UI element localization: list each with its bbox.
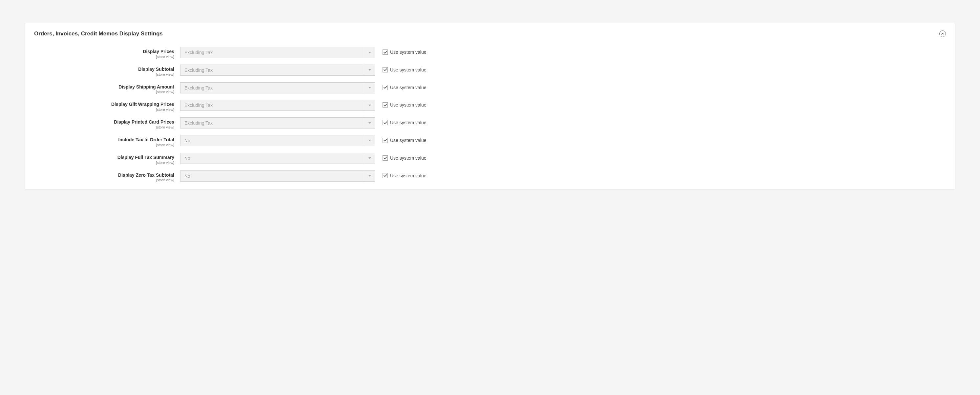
field-control-column: No [180,170,375,182]
use-system-value-checkbox[interactable] [383,67,388,73]
use-system-value-group: Use system value [375,82,426,90]
chevron-down-icon [364,47,375,58]
field-row: Display Subtotal[store view]Excluding Ta… [34,65,946,76]
field-label: Display Shipping Amount [34,84,174,90]
select-input[interactable]: No [180,170,375,182]
settings-panel: Orders, Invoices, Credit Memos Display S… [25,23,955,189]
field-label: Display Printed Card Prices [34,119,174,125]
field-scope-label: [store view] [34,178,174,182]
select-input[interactable]: No [180,135,375,146]
select-input[interactable]: Excluding Tax [180,65,375,76]
use-system-value-checkbox[interactable] [383,173,388,178]
use-system-value-checkbox[interactable] [383,49,388,55]
field-scope-label: [store view] [34,125,174,129]
field-scope-label: [store view] [34,160,174,165]
select-input[interactable]: Excluding Tax [180,100,375,111]
use-system-value-group: Use system value [375,117,426,125]
select-input[interactable]: Excluding Tax [180,117,375,128]
use-system-value-label[interactable]: Use system value [390,102,426,108]
use-system-value-label[interactable]: Use system value [390,120,426,125]
select-input[interactable]: No [180,153,375,164]
select-value: No [180,153,364,163]
chevron-up-icon [941,33,944,35]
select-input[interactable]: Excluding Tax [180,47,375,58]
select-value: No [180,171,364,181]
use-system-value-group: Use system value [375,100,426,108]
field-control-column: Excluding Tax [180,47,375,58]
field-scope-label: [store view] [34,108,174,111]
field-label: Display Subtotal [34,67,174,72]
check-icon [383,156,387,159]
use-system-value-label[interactable]: Use system value [390,155,426,160]
panel-header: Orders, Invoices, Credit Memos Display S… [25,23,955,40]
select-value: Excluding Tax [180,118,364,128]
field-label: Display Zero Tax Subtotal [34,173,174,178]
field-control-column: Excluding Tax [180,100,375,111]
chevron-down-icon [364,171,375,181]
check-icon [383,121,387,124]
select-value: Excluding Tax [180,65,364,75]
field-row: Display Printed Card Prices[store view]E… [34,117,946,129]
field-label: Display Prices [34,49,174,54]
chevron-down-icon [364,65,375,75]
use-system-value-checkbox[interactable] [383,138,388,143]
field-label-column: Display Shipping Amount[store view] [34,82,180,94]
field-scope-label: [store view] [34,143,174,147]
use-system-value-group: Use system value [375,135,426,143]
chevron-down-icon [364,100,375,111]
field-row: Display Shipping Amount[store view]Exclu… [34,82,946,94]
field-control-column: Excluding Tax [180,65,375,76]
field-label-column: Include Tax In Order Total[store view] [34,135,180,147]
use-system-value-label[interactable]: Use system value [390,49,426,55]
use-system-value-label[interactable]: Use system value [390,85,426,90]
field-label-column: Display Zero Tax Subtotal[store view] [34,170,180,182]
use-system-value-checkbox[interactable] [383,120,388,125]
collapse-toggle-button[interactable] [939,30,946,37]
use-system-value-group: Use system value [375,153,426,160]
field-control-column: Excluding Tax [180,117,375,128]
field-control-column: No [180,135,375,146]
field-row: Include Tax In Order Total[store view]No… [34,135,946,147]
field-label-column: Display Subtotal[store view] [34,65,180,76]
check-icon [383,68,387,71]
select-input[interactable]: Excluding Tax [180,82,375,94]
chevron-down-icon [364,118,375,128]
check-icon [383,103,387,106]
field-label-column: Display Prices[store view] [34,47,180,59]
panel-body: Display Prices[store view]Excluding TaxU… [25,40,955,189]
use-system-value-label[interactable]: Use system value [390,138,426,143]
field-label: Display Gift Wrapping Prices [34,102,174,107]
field-label: Display Full Tax Summary [34,155,174,160]
check-icon [383,139,387,141]
field-row: Display Gift Wrapping Prices[store view]… [34,100,946,111]
check-icon [383,51,387,54]
use-system-value-checkbox[interactable] [383,155,388,160]
use-system-value-checkbox[interactable] [383,102,388,108]
use-system-value-label[interactable]: Use system value [390,67,426,73]
use-system-value-group: Use system value [375,65,426,73]
use-system-value-checkbox[interactable] [383,85,388,90]
field-label-column: Display Gift Wrapping Prices[store view] [34,100,180,111]
select-value: Excluding Tax [180,47,364,58]
field-row: Display Prices[store view]Excluding TaxU… [34,47,946,59]
select-value: No [180,135,364,146]
field-row: Display Zero Tax Subtotal[store view]NoU… [34,170,946,182]
check-icon [383,86,387,89]
chevron-down-icon [364,135,375,146]
field-scope-label: [store view] [34,90,174,94]
chevron-down-icon [364,153,375,163]
field-scope-label: [store view] [34,73,174,76]
field-scope-label: [store view] [34,55,174,59]
use-system-value-group: Use system value [375,47,426,55]
select-value: Excluding Tax [180,100,364,111]
field-label-column: Display Full Tax Summary[store view] [34,153,180,165]
field-label: Include Tax In Order Total [34,137,174,143]
use-system-value-group: Use system value [375,170,426,178]
field-control-column: Excluding Tax [180,82,375,94]
panel-title: Orders, Invoices, Credit Memos Display S… [34,30,163,37]
field-label-column: Display Printed Card Prices[store view] [34,117,180,129]
field-control-column: No [180,153,375,164]
field-row: Display Full Tax Summary[store view]NoUs… [34,153,946,165]
chevron-down-icon [364,82,375,93]
use-system-value-label[interactable]: Use system value [390,173,426,178]
